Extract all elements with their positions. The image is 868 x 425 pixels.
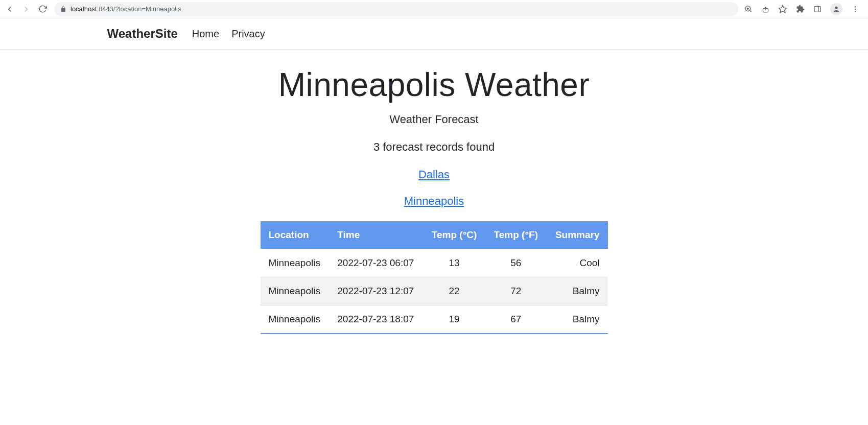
- cell-summary: Cool: [547, 249, 608, 277]
- arrow-left-icon: [5, 5, 14, 14]
- cell-time: 2022-07-23 12:07: [329, 277, 423, 305]
- profile-button[interactable]: [830, 3, 842, 15]
- records-found: 3 forecast records found: [261, 140, 608, 154]
- navbar: WeatherSite Home Privacy: [97, 18, 771, 49]
- th-temp-f: Temp (°F): [485, 221, 547, 249]
- cell-summary: Balmy: [547, 305, 608, 334]
- extensions-button[interactable]: [795, 5, 805, 14]
- table-row: Minneapolis 2022-07-23 12:07 22 72 Balmy: [261, 277, 608, 305]
- brand-link[interactable]: WeatherSite: [107, 27, 178, 41]
- table-header: Location Time Temp (°C) Temp (°F) Summar…: [261, 221, 608, 249]
- city-link-dallas[interactable]: Dallas: [261, 168, 608, 181]
- side-panel-button[interactable]: [813, 5, 822, 14]
- share-button[interactable]: [761, 5, 770, 14]
- browser-toolbar: localhost:8443/?location=Minneapolis: [0, 0, 868, 18]
- page-subtitle: Weather Forecast: [261, 113, 608, 126]
- svg-marker-5: [779, 5, 787, 12]
- cell-location: Minneapolis: [261, 305, 330, 334]
- forecast-table: Location Time Temp (°C) Temp (°F) Summar…: [261, 221, 608, 334]
- cell-temp-c: 22: [423, 277, 485, 305]
- svg-point-10: [855, 8, 856, 9]
- table-row: Minneapolis 2022-07-23 06:07 13 56 Cool: [261, 249, 608, 277]
- address-bar[interactable]: localhost:8443/?location=Minneapolis: [54, 2, 738, 16]
- nav-link-home[interactable]: Home: [192, 28, 219, 40]
- th-temp-c: Temp (°C): [423, 221, 485, 249]
- cell-location: Minneapolis: [261, 277, 330, 305]
- table-body: Minneapolis 2022-07-23 06:07 13 56 Cool …: [261, 249, 608, 334]
- reload-button[interactable]: [38, 5, 47, 14]
- th-summary: Summary: [547, 221, 608, 249]
- nav-links: Home Privacy: [192, 28, 265, 40]
- cell-summary: Balmy: [547, 277, 608, 305]
- bookmark-button[interactable]: [778, 5, 787, 14]
- browser-right-icons: [743, 3, 863, 15]
- cell-temp-f: 56: [485, 249, 547, 277]
- zoom-button[interactable]: [743, 5, 753, 14]
- lock-icon: [60, 6, 66, 12]
- site-header: WeatherSite Home Privacy: [0, 18, 868, 50]
- th-location: Location: [261, 221, 330, 249]
- svg-point-8: [835, 6, 837, 9]
- back-button[interactable]: [5, 5, 14, 14]
- cell-temp-c: 19: [423, 305, 485, 334]
- menu-button[interactable]: [851, 5, 860, 14]
- cell-temp-f: 67: [485, 305, 547, 334]
- browser-nav-group: [5, 5, 47, 14]
- kebab-icon: [851, 5, 859, 13]
- main-content: Minneapolis Weather Weather Forecast 3 f…: [250, 50, 618, 355]
- panel-icon: [813, 5, 822, 13]
- url-text: localhost:8443/?location=Minneapolis: [71, 5, 181, 13]
- cell-time: 2022-07-23 06:07: [329, 249, 423, 277]
- arrow-right-icon: [21, 5, 31, 14]
- zoom-icon: [744, 5, 753, 13]
- forward-button[interactable]: [21, 5, 31, 14]
- city-link-minneapolis[interactable]: Minneapolis: [261, 195, 608, 208]
- reload-icon: [38, 5, 47, 13]
- cell-time: 2022-07-23 18:07: [329, 305, 423, 334]
- star-icon: [778, 5, 787, 14]
- svg-rect-6: [814, 6, 820, 12]
- puzzle-icon: [796, 5, 805, 13]
- nav-link-privacy[interactable]: Privacy: [231, 28, 265, 40]
- svg-line-3: [749, 11, 751, 12]
- svg-point-11: [855, 11, 856, 12]
- page-title: Minneapolis Weather: [261, 66, 608, 104]
- svg-point-9: [855, 6, 856, 7]
- cell-temp-f: 72: [485, 277, 547, 305]
- th-time: Time: [329, 221, 423, 249]
- cell-location: Minneapolis: [261, 249, 330, 277]
- table-row: Minneapolis 2022-07-23 18:07 19 67 Balmy: [261, 305, 608, 334]
- cell-temp-c: 13: [423, 249, 485, 277]
- person-icon: [832, 5, 840, 13]
- table-header-row: Location Time Temp (°C) Temp (°F) Summar…: [261, 221, 608, 249]
- share-icon: [761, 5, 770, 13]
